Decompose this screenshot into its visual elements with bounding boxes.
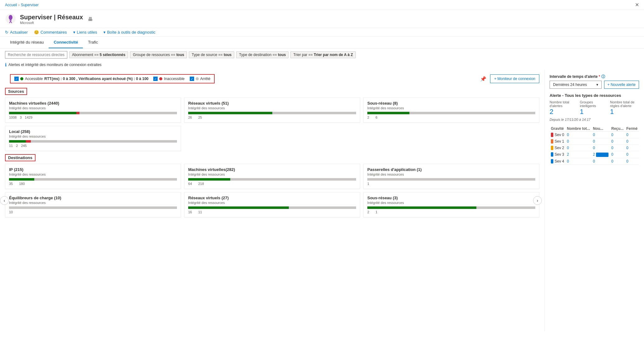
sev-val-cell: 0 [625, 132, 639, 138]
card-nums: 100831429 [9, 116, 177, 119]
breadcrumb-home[interactable]: Accueil [5, 3, 17, 7]
stopped-legend: ✓ Arrêté [190, 77, 211, 81]
interval-row: Dernières 24 heures ▾ + Nouvelle alerte [550, 81, 639, 89]
card-nums: 1 [367, 182, 535, 186]
sev-val-cell: 0 [625, 158, 639, 164]
pin-icon[interactable]: 📌 [480, 76, 486, 82]
filters-row: Abonnement == 5 sélectionnés Groupe de r… [0, 49, 644, 61]
info-bar: ℹ Alertes et intégrité des moniteurs de … [0, 61, 644, 70]
card-subtitle: Intégrité des ressources [188, 106, 356, 110]
sev-val-cell: 0 [566, 145, 592, 151]
alert-col-header-rules: Nombre total derègles d'alerte [610, 100, 639, 108]
sort-filter[interactable]: Trier par == Trier par nom de A à Z [290, 51, 355, 58]
resource-card[interactable]: Passerelles d'application (1) Intégrité … [363, 164, 539, 189]
inaccessible-legend: ✓ Inaccessible [153, 77, 184, 81]
sev-val: 0 [611, 133, 613, 137]
alert-val-rules: 1 [610, 108, 639, 116]
dest-type-filter[interactable]: Type de destination == tous [236, 51, 289, 58]
sev-val-cell: 2 [566, 151, 592, 158]
card-bar-green [9, 112, 76, 114]
diagnostics-button[interactable]: ▾ Boîte à outils de diagnostic [103, 30, 155, 35]
svg-point-1 [9, 15, 12, 20]
card-num: 10 [9, 210, 13, 214]
accessible-legend: ✓ Accessible RTT(ms) : 0 à 300 , Vérific… [14, 77, 148, 81]
refresh-button[interactable]: ↻ Actualiser [5, 30, 28, 35]
stopped-label: Arrêté [200, 77, 211, 81]
interval-select[interactable]: Dernières 24 heures ▾ [550, 81, 602, 89]
monitor-connection-button[interactable]: + Moniteur de connexion [490, 74, 539, 83]
tab-traffic[interactable]: Trafic [83, 37, 103, 48]
card-bar-green [367, 206, 476, 209]
resource-card[interactable]: Local (258) Intégrité des ressources 112… [5, 126, 181, 151]
card-title: Sous-réseau (3) [367, 196, 535, 200]
card-bar [367, 178, 535, 181]
sources-section: Sources Machines virtuelles (2440) Intég… [5, 88, 539, 151]
nav-right-button[interactable]: › [533, 196, 542, 205]
resource-card[interactable]: Équilibreurs de charge (10) Intégrité de… [5, 192, 181, 217]
card-title: Machines virtuelles (2440) [9, 101, 177, 106]
sev-val: 0 [611, 159, 613, 163]
comments-button[interactable]: 😊 Commentaires [34, 30, 67, 35]
sources-label-text: Sources [8, 89, 24, 94]
card-bar-green [188, 206, 289, 209]
resource-card[interactable]: Machines virtuelles (2440) Intégrité des… [5, 97, 181, 123]
accessible-checkbox[interactable]: ✓ [14, 77, 19, 81]
card-bar-green [367, 112, 409, 114]
sev-dot [551, 152, 553, 157]
resource-card[interactable]: Réseaux virtuels (51) Intégrité des ress… [184, 97, 360, 123]
resource-card[interactable]: Réseaux virtuels (27) Intégrité des ress… [184, 192, 360, 217]
diagnostics-label: Boîte à outils de diagnostic [107, 30, 155, 35]
sev-col-header-total: Nombre tot... [566, 126, 592, 132]
sev-val: 0 [626, 146, 628, 150]
sev-val: 0 [567, 159, 569, 163]
nav-left-button[interactable]: ‹ [0, 196, 9, 205]
sev-row: Sev 40000 [550, 158, 639, 164]
resource-group-filter[interactable]: Groupe de ressources == tous [130, 51, 187, 58]
alert-col-total: Nombre totald'alertes 2 [550, 100, 579, 116]
sev-val: 0 [626, 152, 628, 157]
inaccessible-checkbox[interactable]: ✓ [153, 77, 158, 81]
card-bar-green [188, 112, 272, 114]
accessible-dot [20, 77, 23, 80]
sev-dot [551, 133, 553, 137]
alert-since: Depuis le 17/11/20 à 14:17 [550, 118, 639, 121]
breadcrumb-current[interactable]: Superviser [21, 3, 39, 7]
page-title: Superviser | Réseaux [20, 14, 83, 21]
card-subtitle: Intégrité des ressources [367, 106, 535, 110]
resource-card[interactable]: Machines virtuelles(282) Intégrité des r… [184, 164, 360, 189]
stopped-checkbox[interactable]: ✓ [190, 77, 194, 81]
close-button[interactable]: ✕ [635, 2, 639, 8]
links-button[interactable]: ▾ Liens utiles [73, 30, 97, 35]
card-nums: 112245 [9, 144, 177, 148]
top-right-controls: 📌 + Moniteur de connexion [480, 74, 539, 83]
sev-val-cell: 0 [610, 138, 625, 145]
destinations-label-text: Destinations [8, 155, 32, 160]
comments-label: Commentaires [41, 30, 67, 35]
card-bar-gray [476, 206, 535, 209]
alert-col-header-groups: Groupesintelligents [580, 100, 609, 108]
card-num: 2 [367, 116, 369, 119]
tab-network-health[interactable]: Intégrité du réseau [5, 37, 49, 48]
sev-val: 0 [611, 152, 613, 157]
card-subtitle: Intégrité des ressources [9, 135, 177, 138]
alert-col-header-total: Nombre totald'alertes [550, 100, 579, 108]
resource-card[interactable]: Sous-réseau (3) Intégrité des ressources… [363, 192, 539, 217]
resource-card[interactable]: Sous-réseau (8) Intégrité des ressources… [363, 97, 539, 123]
sev-val: 0 [567, 139, 569, 144]
subscription-filter[interactable]: Abonnement == 5 sélectionnés [69, 51, 128, 58]
search-input[interactable] [5, 51, 67, 59]
resource-card[interactable]: IP (215) Intégrité des ressources 35180 [5, 164, 181, 189]
sev-val-cell: 0 [625, 151, 639, 158]
header-subtitle: Microsoft [20, 21, 83, 25]
required-star: * [599, 74, 600, 79]
tab-connectivity[interactable]: Connectivité [49, 37, 83, 48]
card-bar-gray [272, 112, 356, 114]
inaccessible-dot [159, 77, 162, 80]
card-bar-gray [409, 112, 535, 114]
new-alert-button[interactable]: + Nouvelle alerte [604, 81, 639, 89]
card-title: Réseaux virtuels (27) [188, 196, 356, 200]
card-num: 64 [188, 182, 192, 186]
pin-button[interactable]: 🖶 [88, 17, 93, 22]
source-type-filter[interactable]: Type de source == tous [189, 51, 234, 58]
breadcrumb-sep: › [18, 3, 20, 7]
